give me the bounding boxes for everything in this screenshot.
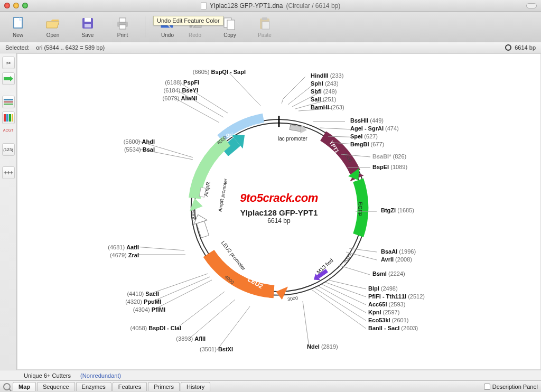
cutter-bar: Unique 6+ Cutters (Nonredundant) [0, 370, 541, 380]
svg-rect-14 [262, 22, 269, 29]
enzyme-label: (5534) BsaI [124, 146, 155, 153]
save-button[interactable]: Save [75, 15, 100, 38]
svg-rect-13 [262, 17, 267, 20]
feature-lac-promoter: lac promoter [278, 136, 307, 142]
svg-marker-38 [276, 286, 288, 300]
enzyme-label: BsmI (2224) [372, 270, 405, 277]
enzyme-label: KpnI (2597) [368, 309, 399, 315]
tick-3000: 3000 [287, 295, 298, 302]
print-button[interactable]: Print [110, 15, 135, 38]
enzyme-label: (6605) BspQI - SapI [193, 69, 246, 75]
enzyme-label: BamHI (263) [311, 104, 344, 110]
tool-arrow[interactable] [2, 72, 15, 85]
tick-5000: 5000 [191, 210, 196, 220]
plasmid-name-label: YIplac128 GFP-YPT1 [210, 208, 348, 217]
total-length: 6614 bp [515, 44, 536, 51]
svg-rect-20 [6, 114, 8, 122]
enzyme-label: (4058) BspDI - ClaI [130, 325, 181, 331]
enzyme-label: (3893) AflII [176, 335, 206, 342]
tool-scissors[interactable]: ✂︎ [2, 57, 15, 69]
tab-history[interactable]: History [181, 382, 210, 391]
cutter-label: Unique 6+ Cutters [24, 372, 71, 379]
selection-bar: Selected: ori (5844 .. 6432 = 589 bp) 66… [0, 42, 541, 53]
enzyme-label: BsaAI (1996) [381, 248, 416, 255]
svg-rect-22 [12, 114, 13, 122]
tool-ruler[interactable] [2, 166, 15, 179]
enzyme-label: Acc65I (2593) [368, 301, 405, 307]
tab-sequence[interactable]: Sequence [37, 382, 75, 391]
window-title-file: YIplac128 GFP-YPT1.dna [210, 2, 283, 10]
enzyme-label: (4410) SacII [127, 291, 159, 297]
svg-line-73 [136, 247, 184, 250]
enzyme-label: (3501) BstXI [200, 346, 233, 352]
left-tool-palette: ✂︎ ACGT (123) [0, 53, 17, 370]
enzyme-label: BanII - SacI (2603) [368, 325, 418, 331]
tab-map[interactable]: Map [13, 382, 36, 391]
svg-line-66 [217, 306, 250, 350]
tool-acgt-label: ACGT [2, 127, 15, 133]
svg-rect-19 [4, 114, 6, 122]
svg-rect-11 [227, 20, 235, 30]
bottom-bar: Map Sequence Enzymes Features Primers Hi… [0, 380, 541, 392]
toolbar-toggle-button[interactable] [526, 3, 537, 8]
svg-marker-15 [4, 76, 13, 81]
enzyme-label: HindIII (233) [311, 72, 343, 79]
enzyme-label: (6188) PspFI [165, 79, 199, 86]
tab-features[interactable]: Features [113, 382, 147, 391]
enzyme-label: AvrII (2008) [381, 256, 412, 263]
svg-rect-21 [9, 114, 11, 122]
tool-colorbars[interactable] [2, 111, 15, 124]
map-canvas[interactable]: 9to5crack.com YIplac128 GFP-YPT1 6614 bp… [17, 53, 541, 370]
tool-layers[interactable] [2, 96, 15, 108]
enzyme-label: (5600) AhdI [124, 138, 155, 145]
tool-numbering[interactable]: (123) [2, 143, 15, 156]
svg-rect-39 [197, 221, 209, 238]
view-tabs: Map Sequence Enzymes Features Primers Hi… [13, 382, 210, 391]
enzyme-label: SphI (243) [311, 80, 339, 87]
tab-enzymes[interactable]: Enzymes [76, 382, 111, 391]
svg-line-79 [229, 72, 260, 106]
scissors-icon: ✂︎ [6, 60, 11, 66]
paste-button[interactable]: Paste [252, 15, 277, 38]
enzyme-label: BsaBI* (826) [372, 153, 406, 160]
undo-tooltip: Undo Edit Feature Color [153, 16, 223, 25]
enzyme-label: SalI (251) [311, 96, 336, 102]
enzyme-label: SpeI (627) [350, 133, 378, 139]
enzyme-label: BmgBI (677) [350, 141, 384, 147]
open-button[interactable]: Open [40, 15, 66, 38]
circular-icon [505, 44, 511, 51]
enzyme-label: Eco53kI (2601) [368, 317, 408, 323]
feature-egfp: EGFP [357, 201, 363, 216]
enzyme-label: (4320) PpuMI [125, 298, 161, 305]
tab-primers[interactable]: Primers [148, 382, 180, 391]
svg-line-43 [283, 77, 305, 99]
svg-rect-3 [85, 18, 91, 22]
svg-rect-6 [119, 18, 126, 22]
svg-line-44 [282, 99, 283, 104]
main-toolbar: New Open Save Print Undo Redo [0, 12, 541, 42]
plasmid-size-label: 6614 bp [210, 217, 348, 224]
titlebar: YIplac128 GFP-YPT1.dna (Circular / 6614 … [0, 0, 541, 12]
search-icon[interactable] [3, 383, 11, 390]
selection-text: ori (5844 .. 6432 = 589 bp) [36, 44, 105, 51]
enzyme-label: (4304) PflMI [133, 306, 165, 313]
enzyme-label: PflFI - Tth111I (2512) [368, 293, 425, 300]
toolbar-divider [145, 16, 145, 38]
cutter-link[interactable]: (Nonredundant) [80, 372, 121, 379]
svg-line-45 [288, 85, 313, 105]
window-title-meta: (Circular / 6614 bp) [286, 2, 341, 10]
svg-rect-0 [14, 17, 22, 28]
new-button[interactable]: New [5, 15, 31, 38]
enzyme-label: (4681) AatII [108, 244, 139, 250]
description-panel-label: Description Panel [492, 384, 538, 390]
enzyme-label: BlpI (2498) [368, 285, 398, 292]
svg-rect-7 [119, 25, 126, 29]
overlay-watermark: 9to5crack.com [210, 191, 348, 204]
selection-label: Selected: [5, 44, 30, 51]
enzyme-label: SbfI (249) [311, 88, 337, 95]
description-panel-checkbox[interactable] [484, 384, 490, 390]
enzyme-label: AgeI - SgrAI (474) [350, 125, 399, 132]
enzyme-label: (6079) AlwNI [163, 95, 197, 101]
svg-rect-4 [85, 24, 91, 27]
enzyme-label: BssHII (449) [350, 117, 384, 124]
